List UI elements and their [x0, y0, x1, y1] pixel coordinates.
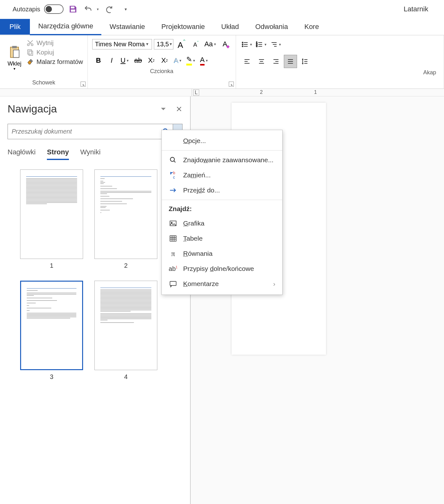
navigation-title: Nawigacja: [8, 103, 57, 115]
autosave-toggle[interactable]: [44, 4, 64, 14]
menu-graphics[interactable]: Grafika: [162, 216, 282, 231]
svg-rect-51: [170, 281, 176, 285]
autosave-label: Autozapis: [13, 6, 40, 13]
multilevel-button[interactable]: ▼: [269, 38, 283, 51]
group-label-paragraph: Akap: [240, 68, 439, 76]
qat-customize[interactable]: ▾: [125, 7, 127, 12]
menu-find-section: Znajdź:: [162, 202, 282, 216]
menu-footnotes[interactable]: ab1 Przypisy dolne/końcowe: [162, 261, 282, 276]
menu-equations[interactable]: π Równania: [162, 246, 282, 261]
paintbrush-icon: [26, 58, 34, 66]
font-launcher[interactable]: [229, 82, 234, 87]
font-color-button[interactable]: A▼: [198, 54, 211, 67]
undo-icon: [84, 5, 93, 14]
tab-file[interactable]: Plik: [0, 19, 30, 35]
tab-design[interactable]: Projektowanie: [153, 19, 213, 35]
undo-button[interactable]: [82, 3, 94, 15]
bold-button[interactable]: B: [92, 54, 105, 67]
page-thumbnail[interactable]: xxxxxxxxxxxxxxxxxxxxxxxxxxxxxxxxxxxxxxxx…: [20, 169, 83, 259]
nav-tab-results[interactable]: Wyniki: [80, 148, 101, 160]
align-left-button[interactable]: [240, 55, 254, 68]
comment-icon: [169, 280, 177, 288]
svg-rect-2: [13, 50, 19, 58]
search-input[interactable]: [8, 124, 159, 139]
page-number: 4: [124, 373, 127, 381]
paste-label: Wklej: [8, 60, 21, 67]
highlight-button[interactable]: ✎▼: [185, 54, 197, 67]
numbering-button[interactable]: 123▼: [255, 38, 268, 51]
tab-references[interactable]: Odwołania: [247, 19, 296, 35]
font-size-select[interactable]: 13,5▼: [154, 39, 173, 49]
group-label-font: Czcionka: [92, 67, 231, 75]
save-button[interactable]: [67, 3, 79, 15]
table-icon: [169, 234, 177, 243]
ribbon-tabs: Plik Narzędzia główne Wstawianie Projekt…: [0, 18, 444, 35]
tab-home[interactable]: Narzędzia główne: [30, 18, 101, 35]
subscript-button[interactable]: X2: [145, 54, 158, 67]
page-thumbnail[interactable]: xxxxxxxxxxxxxxxxxxxxxxxxxxxxxxxxxxxxxxxx…: [94, 281, 157, 370]
nav-tab-headings[interactable]: Nagłówki: [8, 148, 36, 160]
redo-button[interactable]: [103, 3, 115, 15]
tab-layout[interactable]: Układ: [213, 19, 247, 35]
ruler: 2 1: [0, 89, 444, 96]
svg-text:c: c: [173, 175, 175, 179]
bullets-button[interactable]: ▼: [240, 38, 254, 51]
document-title: Latarnik: [404, 5, 428, 13]
italic-button[interactable]: I: [105, 54, 118, 67]
svg-rect-46: [170, 236, 176, 241]
strikethrough-button[interactable]: ab: [132, 54, 144, 67]
search-box: ▼: [8, 124, 183, 139]
navigation-tabs: Nagłówki Strony Wyniki: [8, 148, 183, 160]
group-clipboard: Wklej ▼ Wytnij Kopiuj Malarz formatów Sc…: [0, 35, 88, 89]
svg-line-40: [174, 161, 175, 162]
page-thumbnail[interactable]: xxxxxxxxxxxxxxxxxxxxxxxxxxxxxxxxxxxxxxxx…: [94, 169, 157, 259]
align-right-button[interactable]: [269, 55, 283, 68]
clipboard-launcher[interactable]: [81, 82, 86, 87]
picture-icon: [169, 219, 177, 227]
superscript-button[interactable]: X2: [158, 54, 171, 67]
arrow-right-icon: [169, 186, 177, 194]
svg-text:3: 3: [256, 45, 257, 47]
menu-replace[interactable]: bc Zamień...: [162, 168, 282, 183]
clear-formatting-button[interactable]: A◆: [219, 38, 231, 50]
pi-icon: π: [171, 249, 175, 258]
format-painter-button[interactable]: Malarz formatów: [26, 58, 83, 66]
tab-insert[interactable]: Wstawianie: [101, 19, 153, 35]
nav-collapse-icon[interactable]: [160, 106, 167, 112]
tab-mailings[interactable]: Kore: [296, 19, 327, 35]
replace-icon: bc: [169, 171, 177, 179]
paste-icon[interactable]: [8, 45, 21, 59]
align-center-button[interactable]: [255, 55, 268, 68]
undo-dropdown[interactable]: ▼: [96, 8, 99, 11]
copy-icon: [26, 49, 34, 56]
group-label-clipboard: Schowek: [4, 78, 83, 86]
menu-options[interactable]: Opcje...: [162, 133, 282, 148]
page-thumbnails: xxxxxxxxxxxxxxxxxxxxxxxxxxxxxxxxxxxxxxxx…: [8, 169, 183, 381]
footnote-icon: ab1: [169, 265, 177, 272]
group-font: Times New Roma▼ 13,5▼ Aˆ Aˇ Aa▼ A◆ B I U…: [88, 35, 236, 89]
justify-button[interactable]: [284, 55, 297, 68]
page-number: 1: [50, 262, 53, 269]
text-effects-button[interactable]: A▼: [171, 54, 184, 67]
svg-point-9: [242, 44, 243, 45]
scissors-icon: [26, 39, 34, 47]
svg-rect-6: [29, 51, 33, 55]
menu-goto[interactable]: Przejdź do...: [162, 183, 282, 198]
grow-font-button[interactable]: Aˆ: [175, 38, 188, 50]
menu-comments[interactable]: Komentarze ›: [162, 276, 282, 291]
line-spacing-button[interactable]: [298, 55, 312, 68]
nav-tab-pages[interactable]: Strony: [47, 148, 69, 160]
search-dropdown-menu: Opcje... Znajdowanie zaawansowane... bc …: [161, 130, 283, 295]
menu-tables[interactable]: Tabele: [162, 231, 282, 246]
menu-advanced-find[interactable]: Znajdowanie zaawansowane...: [162, 152, 282, 168]
page-thumbnail[interactable]: xxxxxxxxxxxxxxxxxxxxxxxxxxxxxxxxxxxxxxxx…: [20, 281, 83, 370]
page-number: 3: [50, 373, 53, 381]
font-family-select[interactable]: Times New Roma▼: [92, 39, 152, 49]
change-case-button[interactable]: Aa▼: [204, 38, 217, 50]
nav-close-icon[interactable]: [176, 106, 183, 112]
cut-button[interactable]: Wytnij: [26, 39, 83, 47]
svg-point-11: [242, 46, 243, 47]
copy-button[interactable]: Kopiuj: [26, 49, 83, 56]
underline-button[interactable]: U▼: [119, 54, 131, 67]
shrink-font-button[interactable]: Aˇ: [190, 38, 202, 50]
